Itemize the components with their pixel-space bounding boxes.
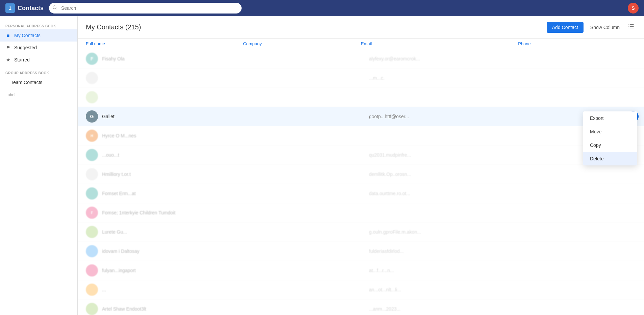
svg-rect-2 (629, 24, 629, 25)
contact-name: ... (102, 287, 254, 292)
contact-name: Lurete Gu... (102, 229, 254, 235)
avatar (86, 226, 98, 238)
contact-name: fulyan...ingaport (102, 268, 254, 273)
contact-name: Artel Shaw Endoot3lt (102, 306, 254, 312)
contacts-list: F Fisahy Ola alyfexy.or@earomcrok... ...… (78, 49, 644, 315)
show-column-button[interactable]: Show Column (588, 22, 622, 33)
avatar (86, 168, 98, 180)
logo-icon: 1 (5, 3, 15, 13)
column-header-fullname[interactable]: Full name (86, 41, 243, 46)
table-row[interactable]: Lurete Gu... g.ouln.gproFile.m.akon... (78, 222, 644, 242)
sidebar-item-label-my-contacts: My Contacts (14, 33, 41, 38)
page-title: My Contacts (215) (86, 23, 543, 31)
contact-name: ...ouo...t (102, 152, 254, 158)
context-menu-delete[interactable]: Delete (583, 152, 637, 165)
column-header-company[interactable]: Company (243, 41, 361, 46)
table-row[interactable]: idovam i Daltosay fulderiasfdirlod... (78, 242, 644, 261)
search-bar (49, 3, 242, 14)
personal-address-book-label: PERSONAL ADDRESS BOOK (0, 22, 77, 29)
avatar: F (86, 207, 98, 219)
sidebar-item-team-contacts[interactable]: Team Contacts (0, 76, 77, 88)
contact-email: ...m...c. (369, 75, 521, 81)
contact-email: alyfexy.or@earomcrok... (369, 56, 521, 61)
group-address-book-label: GROUP ADDRESS BOOK (0, 66, 77, 76)
app-title: Contacts (18, 5, 44, 12)
label-section: Label (0, 88, 77, 99)
table-row[interactable]: ...m...c. (78, 69, 644, 88)
add-contact-button[interactable]: Add Contact (547, 22, 584, 33)
contact-name: Fisahy Ola (102, 56, 254, 61)
sidebar-item-label-team-contacts: Team Contacts (11, 80, 42, 85)
contacts-icon: ■ (5, 33, 11, 38)
main-layout: PERSONAL ADDRESS BOOK ■ My Contacts ⚑ Su… (0, 16, 644, 315)
contact-name: Gallet (102, 114, 254, 119)
contact-name: Fomse; 1nterkyie Children Tumdoit (102, 210, 254, 215)
star-icon: ★ (5, 57, 11, 62)
sidebar: PERSONAL ADDRESS BOOK ■ My Contacts ⚑ Su… (0, 16, 78, 315)
avatar: H (86, 130, 98, 142)
svg-line-1 (56, 8, 57, 9)
table-row[interactable]: F Fomse; 1nterkyie Children Tumdoit (78, 203, 644, 222)
sidebar-item-label-starred: Starred (14, 57, 30, 62)
suggested-icon: ⚑ (5, 45, 11, 50)
avatar (86, 284, 98, 296)
table-row[interactable]: Artel Shaw Endoot3lt ...anm...2023... (78, 299, 644, 315)
column-header-email[interactable]: Email (361, 41, 518, 46)
sidebar-item-suggested[interactable]: ⚑ Suggested (0, 42, 77, 54)
avatar (86, 303, 98, 315)
contact-name: Fomset Erm...at (102, 191, 254, 196)
contact-email: g.ouln.gproFile.m.akon... (369, 229, 521, 235)
context-menu-move[interactable]: Move (583, 125, 637, 138)
table-row[interactable]: fulyan...ingaport at...f...r...n... (78, 261, 644, 280)
contact-name: Hmilliory t.or.t (102, 172, 254, 177)
table-row[interactable]: F Fisahy Ola alyfexy.or@earomcrok... (78, 49, 644, 69)
column-header-phone[interactable]: Phone (518, 41, 636, 46)
contact-email: ...anm...2023... (369, 306, 521, 312)
contact-email: at...f...r...n... (369, 268, 521, 273)
avatar (86, 245, 98, 257)
topbar: 1 Contacts S (0, 0, 644, 16)
contact-email: fulderiasfdirlod... (369, 248, 521, 254)
context-menu-copy[interactable]: Copy (583, 138, 637, 152)
sidebar-item-my-contacts[interactable]: ■ My Contacts (0, 29, 77, 42)
content-header: My Contacts (215) Add Contact Show Colum… (78, 16, 644, 38)
table-row[interactable]: ...ouo...t qu2031.mudpinfre... (78, 146, 644, 165)
sidebar-item-starred[interactable]: ★ Starred (0, 54, 77, 66)
column-menu-button[interactable] (626, 22, 636, 33)
svg-point-0 (53, 6, 56, 9)
table-row[interactable]: ... an...ot...nlt...li... (78, 280, 644, 299)
svg-rect-5 (630, 26, 634, 27)
avatar: G (86, 110, 98, 123)
contact-email: qu2031.mudpinfre... (369, 152, 521, 158)
sidebar-item-label-suggested: Suggested (14, 45, 37, 50)
table-row[interactable]: Fomset Erm...at data.ourttme.ro.ot... (78, 184, 644, 203)
avatar (86, 187, 98, 200)
avatar (86, 264, 98, 277)
table-row[interactable]: G Gallet gootp...httf@oser... ⋮ (78, 107, 644, 126)
context-menu-export[interactable]: Export (583, 111, 637, 125)
search-icon (52, 5, 57, 11)
user-avatar[interactable]: S (628, 3, 639, 14)
context-menu: Export Move Copy Delete (583, 111, 637, 165)
svg-rect-4 (629, 26, 629, 27)
svg-rect-3 (630, 24, 634, 25)
avatar (86, 149, 98, 161)
content-area: My Contacts (215) Add Contact Show Colum… (78, 16, 644, 315)
search-input[interactable] (49, 3, 242, 14)
avatar (86, 91, 98, 103)
table-header: Full name Company Email Phone (78, 38, 644, 49)
contact-email: data.ourttme.ro.ot... (369, 191, 521, 196)
contact-name: Hyrce O M...nes (102, 133, 254, 138)
svg-rect-7 (630, 28, 634, 28)
contact-email: demllitk.Op..orosn... (369, 172, 521, 177)
table-row[interactable] (78, 88, 644, 107)
table-row[interactable]: Hmilliory t.or.t demllitk.Op..orosn... (78, 165, 644, 184)
contact-email: gootp...httf@oser... (369, 114, 521, 119)
contact-email: an...ot...nlt...li... (369, 287, 521, 292)
contact-name: idovam i Daltosay (102, 248, 254, 254)
app-logo: 1 Contacts (5, 3, 44, 13)
svg-rect-6 (629, 28, 629, 28)
avatar: F (86, 53, 98, 65)
avatar (86, 72, 98, 84)
table-row[interactable]: H Hyrce O M...nes (78, 126, 644, 146)
